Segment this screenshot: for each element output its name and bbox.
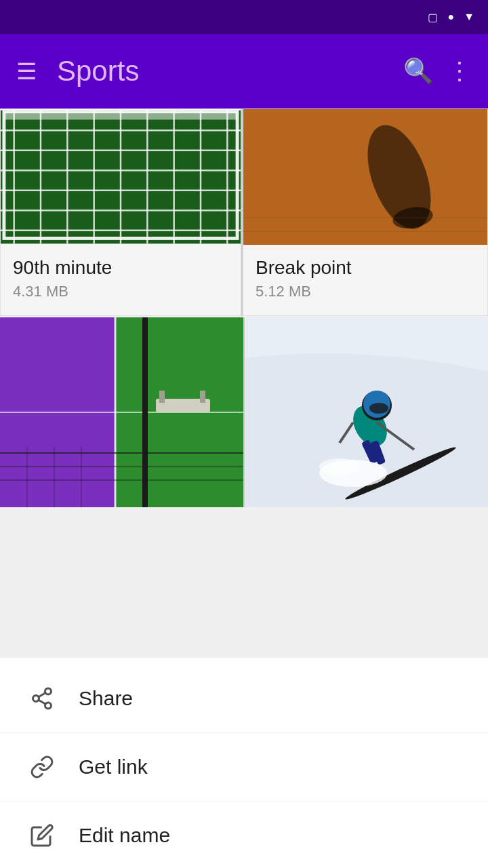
- link-icon: [27, 752, 57, 782]
- battery-icon: ▢: [428, 11, 438, 24]
- svg-rect-19: [243, 109, 487, 245]
- context-menu: Share Get link Edit name: [0, 658, 488, 868]
- svg-rect-32: [200, 391, 205, 403]
- share-label: Share: [79, 687, 133, 710]
- grid-item-tennis-court[interactable]: [0, 317, 243, 507]
- grid-item-soccer[interactable]: 90th minute 4.31 MB: [0, 108, 241, 316]
- edit-name-menu-item[interactable]: Edit name: [0, 802, 488, 868]
- app-bar: ☰ Sports 🔍 ⋮: [0, 34, 488, 108]
- edit-name-label: Edit name: [79, 824, 170, 847]
- menu-button[interactable]: ☰: [16, 58, 37, 85]
- more-options-button[interactable]: ⋮: [447, 57, 472, 85]
- get-link-menu-item[interactable]: Get link: [0, 733, 488, 802]
- search-button[interactable]: 🔍: [403, 57, 434, 85]
- pencil-icon: [27, 821, 57, 850]
- svg-point-51: [319, 458, 360, 475]
- grid-item-2-title: Break point: [256, 257, 475, 279]
- grid-item-clay[interactable]: Break point 5.12 MB: [243, 108, 488, 316]
- svg-line-56: [39, 693, 45, 697]
- page-title: Sports: [57, 55, 390, 87]
- share-icon: [27, 684, 57, 713]
- signal-icon: ●: [447, 11, 454, 23]
- status-bar: ▢ ● ▼: [0, 0, 488, 34]
- svg-point-49: [369, 403, 388, 414]
- svg-rect-29: [142, 317, 148, 507]
- svg-line-55: [39, 700, 45, 704]
- svg-rect-31: [159, 391, 165, 403]
- get-link-label: Get link: [79, 755, 148, 778]
- share-menu-item[interactable]: Share: [0, 665, 488, 733]
- grid-item-1-title: 90th minute: [13, 257, 228, 279]
- grid-item-1-size: 4.31 MB: [13, 283, 228, 300]
- content-area: 90th minute 4.31 MB: [0, 108, 488, 658]
- svg-rect-17: [4, 112, 237, 120]
- wifi-icon: ▼: [464, 11, 474, 23]
- grid-item-2-size: 5.12 MB: [256, 283, 475, 300]
- grid-item-ski[interactable]: [245, 317, 488, 507]
